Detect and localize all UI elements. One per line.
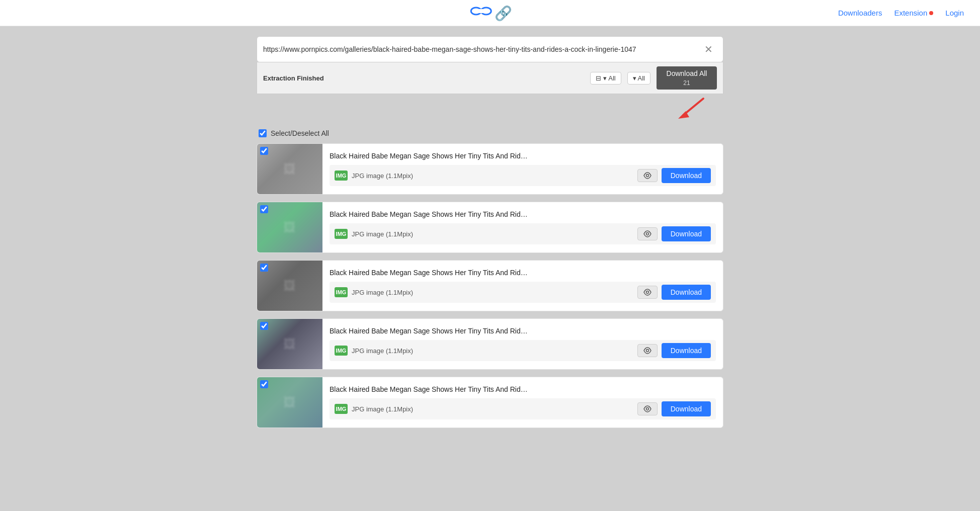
- eye-icon-1: [643, 230, 652, 237]
- select-all-checkbox[interactable]: [259, 129, 267, 137]
- eye-icon-2: [643, 289, 652, 296]
- preview-button-0[interactable]: [637, 169, 658, 182]
- url-close-button[interactable]: ✕: [700, 42, 717, 56]
- item-meta-row-4: IMG JPG image (1.1Mpix) Download: [330, 398, 716, 419]
- item-content-2: Black Haired Babe Megan Sage Shows Her T…: [322, 261, 723, 311]
- item-meta-row-2: IMG JPG image (1.1Mpix) Download: [330, 282, 716, 303]
- eye-icon-4: [643, 405, 652, 412]
- svg-point-9: [646, 408, 648, 410]
- list-item: 🖼 Black Haired Babe Megan Sage Shows Her…: [257, 377, 723, 428]
- url-text: https://www.pornpics.com/galleries/black…: [263, 45, 700, 53]
- top-nav: 🔗 Downloaders Extension Login: [0, 0, 980, 26]
- nav-downloaders[interactable]: Downloaders: [838, 9, 882, 17]
- app-logo: 🔗: [470, 4, 510, 22]
- item-thumbnail-wrap-4: 🖼: [257, 377, 322, 428]
- download-all-button[interactable]: Download All 21: [657, 66, 717, 90]
- preview-button-4[interactable]: [637, 402, 658, 415]
- image-type-icon-2: IMG: [335, 287, 348, 297]
- item-checkbox-2[interactable]: [260, 264, 268, 274]
- items-list: 🖼 Black Haired Babe Megan Sage Shows Her…: [257, 143, 723, 428]
- nav-extension[interactable]: Extension: [894, 9, 933, 17]
- filter-label-2: ▾ All: [633, 74, 645, 82]
- filter-icon-1: ⊟: [596, 74, 601, 82]
- list-item: 🖼 Black Haired Babe Megan Sage Shows Her…: [257, 202, 723, 253]
- list-item: 🖼 Black Haired Babe Megan Sage Shows Her…: [257, 318, 723, 370]
- preview-button-3[interactable]: [637, 344, 658, 357]
- filter-button-2[interactable]: ▾ All: [627, 72, 650, 84]
- extraction-status: Extraction Finished: [263, 74, 324, 82]
- select-all-label: Select/Deselect All: [271, 129, 329, 137]
- item-meta-row-0: IMG JPG image (1.1Mpix) Download: [330, 165, 716, 186]
- preview-button-2[interactable]: [637, 286, 658, 299]
- item-meta-label-0: JPG image (1.1Mpix): [352, 172, 633, 180]
- download-button-0[interactable]: Download: [662, 168, 711, 183]
- image-type-icon-3: IMG: [335, 346, 348, 356]
- item-title-4: Black Haired Babe Megan Sage Shows Her T…: [330, 385, 716, 393]
- item-meta-label-2: JPG image (1.1Mpix): [352, 289, 633, 296]
- filter-label-1: ▾ All: [603, 74, 615, 82]
- item-meta-row-3: IMG JPG image (1.1Mpix) Download: [330, 340, 716, 361]
- list-item: 🖼 Black Haired Babe Megan Sage Shows Her…: [257, 143, 723, 195]
- svg-rect-2: [477, 9, 485, 13]
- item-meta-row-1: IMG JPG image (1.1Mpix) Download: [330, 223, 716, 244]
- item-thumbnail-wrap-2: 🖼: [257, 261, 322, 311]
- arrow-annotation: [257, 96, 723, 121]
- item-title-1: Black Haired Babe Megan Sage Shows Her T…: [330, 210, 716, 218]
- select-all-row: Select/Deselect All: [257, 125, 723, 139]
- item-thumbnail-wrap-0: 🖼: [257, 144, 322, 194]
- svg-point-7: [646, 291, 648, 294]
- item-meta-label-1: JPG image (1.1Mpix): [352, 230, 633, 238]
- item-title-2: Black Haired Babe Megan Sage Shows Her T…: [330, 269, 716, 277]
- extension-label: Extension: [894, 9, 927, 17]
- red-arrow-icon: [668, 96, 708, 123]
- item-thumbnail-wrap-3: 🖼: [257, 319, 322, 369]
- download-button-4[interactable]: Download: [662, 401, 711, 416]
- preview-button-1[interactable]: [637, 227, 658, 240]
- download-button-1[interactable]: Download: [662, 226, 711, 241]
- svg-point-5: [646, 175, 648, 177]
- list-item: 🖼 Black Haired Babe Megan Sage Shows Her…: [257, 260, 723, 311]
- svg-point-6: [646, 233, 648, 235]
- image-type-icon-4: IMG: [335, 404, 348, 414]
- item-thumbnail-wrap-1: 🖼: [257, 202, 322, 252]
- url-bar: https://www.pornpics.com/galleries/black…: [257, 36, 723, 62]
- nav-right: Downloaders Extension Login: [838, 9, 964, 17]
- item-meta-label-3: JPG image (1.1Mpix): [352, 347, 633, 355]
- main-content: https://www.pornpics.com/galleries/black…: [249, 26, 731, 445]
- image-type-icon-1: IMG: [335, 229, 348, 239]
- item-checkbox-1[interactable]: [260, 205, 268, 215]
- svg-point-8: [646, 350, 648, 352]
- extension-status-dot: [929, 11, 933, 15]
- download-button-3[interactable]: Download: [662, 343, 711, 358]
- item-content-4: Black Haired Babe Megan Sage Shows Her T…: [322, 377, 723, 428]
- eye-icon-3: [643, 347, 652, 354]
- download-all-label: Download All: [660, 66, 714, 78]
- eye-icon-0: [643, 172, 652, 179]
- item-content-3: Black Haired Babe Megan Sage Shows Her T…: [322, 319, 723, 369]
- item-content-0: Black Haired Babe Megan Sage Shows Her T…: [322, 144, 723, 194]
- item-checkbox-4[interactable]: [260, 380, 268, 390]
- item-title-0: Black Haired Babe Megan Sage Shows Her T…: [330, 152, 716, 160]
- download-button-2[interactable]: Download: [662, 285, 711, 300]
- nav-login[interactable]: Login: [945, 9, 964, 17]
- toolbar: Extraction Finished ⊟ ▾ All ▾ All Downlo…: [257, 62, 723, 94]
- item-checkbox-3[interactable]: [260, 322, 268, 332]
- item-content-1: Black Haired Babe Megan Sage Shows Her T…: [322, 202, 723, 252]
- item-meta-label-4: JPG image (1.1Mpix): [352, 405, 633, 413]
- filter-button-1[interactable]: ⊟ ▾ All: [590, 72, 621, 84]
- item-title-3: Black Haired Babe Megan Sage Shows Her T…: [330, 327, 716, 335]
- item-checkbox-0[interactable]: [260, 147, 268, 157]
- download-all-count: 21: [676, 78, 697, 90]
- image-type-icon-0: IMG: [335, 171, 348, 181]
